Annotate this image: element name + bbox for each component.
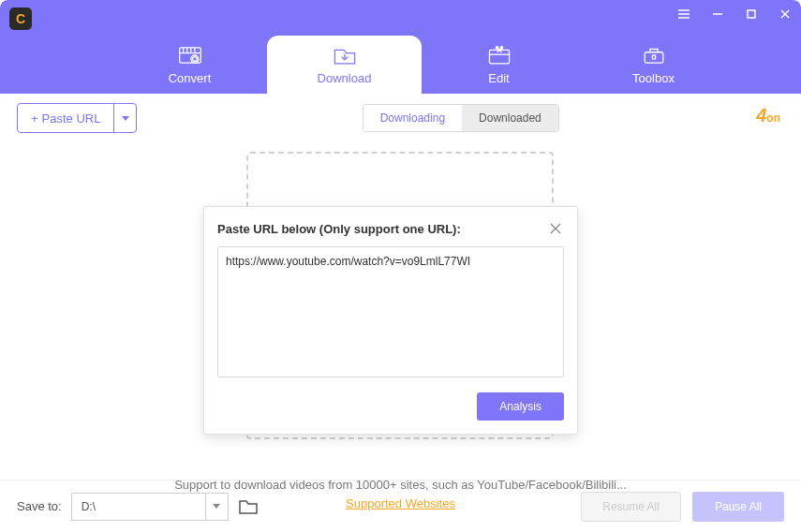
- modal-footer: Analysis: [217, 392, 564, 421]
- analysis-button[interactable]: Analysis: [477, 392, 564, 421]
- tab-download[interactable]: Download: [267, 36, 422, 94]
- paste-url-modal: Paste URL below (Only support one URL): …: [203, 206, 578, 435]
- svg-point-18: [500, 46, 502, 48]
- save-path-value: D:\: [72, 494, 205, 520]
- tab-convert[interactable]: Convert: [112, 36, 267, 94]
- resume-all-button[interactable]: Resume All: [581, 492, 681, 522]
- paste-url-dropdown[interactable]: [113, 104, 136, 132]
- tab-toolbox-label: Toolbox: [632, 71, 675, 85]
- nav-tabs: Convert Download Edit Toolbox: [112, 36, 731, 94]
- svg-rect-20: [652, 55, 655, 59]
- tab-convert-label: Convert: [169, 71, 212, 85]
- modal-header: Paste URL below (Only support one URL):: [217, 220, 564, 237]
- tab-toolbox[interactable]: Toolbox: [576, 36, 731, 94]
- status-segment: Downloading Downloaded: [363, 104, 559, 132]
- svg-rect-19: [645, 52, 663, 62]
- tab-edit[interactable]: Edit: [422, 36, 576, 94]
- svg-rect-15: [489, 50, 509, 64]
- maximize-icon[interactable]: [743, 6, 760, 22]
- save-to-label: Save to:: [17, 499, 62, 513]
- paste-url-button[interactable]: + Paste URL: [17, 103, 137, 133]
- menu-icon[interactable]: [675, 6, 692, 22]
- url-input[interactable]: [217, 246, 564, 377]
- save-path-dropdown[interactable]: [205, 494, 228, 520]
- window-controls: [675, 6, 794, 22]
- svg-point-17: [496, 46, 497, 48]
- open-folder-icon[interactable]: [238, 498, 259, 515]
- footer: Save to: D:\ Resume All Pause All: [0, 480, 801, 532]
- pause-all-button[interactable]: Pause All: [692, 492, 784, 522]
- app-logo: C: [9, 7, 32, 30]
- speed-badge: 4on: [756, 105, 780, 126]
- modal-title: Paste URL below (Only support one URL):: [217, 222, 461, 236]
- svg-rect-4: [748, 10, 755, 18]
- app-header: C Convert Download Edit Toolbox: [0, 0, 801, 94]
- save-path-select[interactable]: D:\: [71, 493, 229, 521]
- segment-downloaded[interactable]: Downloaded: [462, 105, 558, 131]
- modal-close-icon[interactable]: [547, 220, 564, 237]
- minimize-icon[interactable]: [709, 6, 726, 22]
- content-area: Copy URL and click here to download Supp…: [0, 142, 801, 498]
- toolbar: + Paste URL Downloading Downloaded 4on: [0, 94, 801, 142]
- paste-url-label: Paste URL: [42, 111, 101, 126]
- speed-badge-num: 4: [756, 105, 766, 126]
- tab-edit-label: Edit: [488, 71, 509, 85]
- tab-download-label: Download: [318, 71, 372, 85]
- segment-downloading[interactable]: Downloading: [363, 105, 462, 131]
- speed-badge-suffix: on: [766, 111, 780, 125]
- footer-buttons: Resume All Pause All: [581, 492, 784, 522]
- close-icon[interactable]: [777, 6, 794, 22]
- plus-icon: +: [31, 111, 38, 126]
- paste-url-main[interactable]: + Paste URL: [18, 104, 113, 132]
